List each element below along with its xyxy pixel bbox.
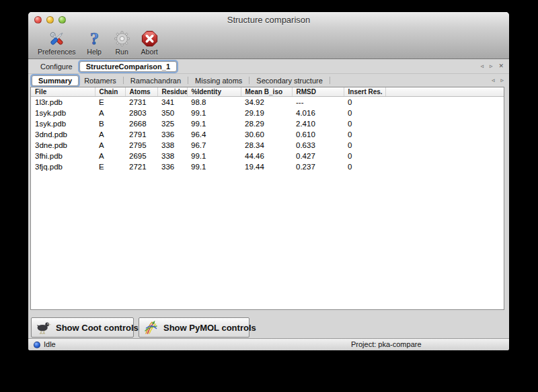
column-header-file[interactable]: File: [31, 87, 95, 97]
toolbar-button-run[interactable]: Run: [108, 28, 136, 56]
table-cell: 2695: [125, 151, 157, 161]
subtab-prev-icon[interactable]: ◃: [492, 77, 495, 83]
toolbar-button-abort[interactable]: Abort: [136, 28, 163, 56]
table-row[interactable]: 3dne.pdbA279533896.728.340.6330: [31, 140, 504, 151]
coot-bird-icon: [36, 319, 52, 336]
column-header-mean-b-iso[interactable]: Mean B_iso: [241, 87, 292, 97]
primary-tab-bar: ConfigureStructureComparison_1 ◃▹✕: [28, 59, 509, 74]
toolbar-button-label: Help: [87, 48, 102, 56]
tab-structurecomparison-1[interactable]: StructureComparison_1: [79, 61, 177, 72]
column-header-residues[interactable]: Residues: [157, 87, 187, 97]
table-row[interactable]: 3fhi.pdbA269533899.144.460.4270: [31, 151, 504, 161]
show-pymol-controls-button[interactable]: Show PyMOL controls: [139, 317, 249, 338]
column-header-chain[interactable]: Chain: [95, 87, 125, 97]
column-header-identity[interactable]: %Identity: [187, 87, 241, 97]
table-cell: 1syk.pdb: [31, 118, 95, 129]
table-cell: B: [95, 118, 125, 129]
table-cell: 0: [344, 129, 385, 140]
table-cell: 3fjq.pdb: [31, 161, 95, 172]
table-cell: 28.34: [241, 140, 292, 151]
secondary-tab-bar: SummaryRotamersRamachandranMissing atoms…: [28, 74, 509, 87]
table-cell: 341: [157, 97, 187, 108]
table-cell: [385, 97, 504, 108]
abort-stop-icon: [141, 30, 159, 48]
toolbar-button-label: Run: [115, 48, 128, 56]
table-cell: 96.7: [187, 140, 241, 151]
table-cell: 99.1: [187, 151, 241, 161]
table-cell: 1syk.pdb: [31, 108, 95, 118]
table-cell: A: [95, 129, 125, 140]
table-cell: [385, 140, 504, 151]
column-header-rmsd[interactable]: RMSD: [292, 87, 344, 97]
table-cell: 29.19: [241, 108, 292, 118]
column-header-blank[interactable]: [385, 87, 504, 97]
table-cell: 338: [157, 140, 187, 151]
window-title: Structure comparison: [28, 12, 509, 28]
help-question-icon: ?: [85, 30, 104, 48]
subtab-summary[interactable]: Summary: [32, 75, 79, 86]
table-cell: 99.1: [187, 108, 241, 118]
tab-prev-icon[interactable]: ◃: [480, 63, 484, 69]
table-cell: 0.610: [292, 129, 344, 140]
table-cell: ---: [292, 97, 344, 108]
toolbar: Preferences?HelpRunAbort: [28, 28, 509, 59]
table-cell: 0: [344, 161, 385, 172]
table-cell: 2791: [125, 129, 157, 140]
table-cell: E: [95, 161, 125, 172]
table-cell: 2731: [125, 97, 157, 108]
table-cell: 350: [157, 108, 187, 118]
table-cell: 98.8: [187, 97, 241, 108]
subtab-ramachandran[interactable]: Ramachandran: [125, 77, 186, 85]
table-cell: 338: [157, 151, 187, 161]
table-row[interactable]: 3fjq.pdbE272133699.119.440.2370: [31, 161, 504, 172]
subtab-next-icon[interactable]: ▹: [500, 77, 504, 83]
summary-table-panel: FileChainAtomsResidues%IdentityMean B_is…: [30, 87, 504, 310]
table-cell: [385, 151, 504, 161]
table-cell: 325: [157, 118, 187, 129]
app-window: Structure comparison Preferences?HelpRun…: [28, 12, 509, 350]
show-coot-controls-button[interactable]: Show Coot controls: [31, 317, 134, 338]
tab-next-icon[interactable]: ▹: [490, 63, 493, 69]
status-bar: Idle Project: pka-compare: [28, 338, 509, 350]
table-cell: 3dnd.pdb: [31, 129, 95, 140]
tab-configure[interactable]: Configure: [35, 63, 78, 71]
table-cell: 3fhi.pdb: [31, 151, 95, 161]
subtab-secondary-structure[interactable]: Secondary structure: [251, 77, 328, 85]
toolbar-button-label: Abort: [141, 48, 158, 56]
subtab-missing-atoms[interactable]: Missing atoms: [190, 77, 247, 85]
pymol-ribbon-icon: [143, 319, 159, 336]
table-cell: 0.633: [292, 140, 344, 151]
table-cell: A: [95, 108, 125, 118]
toolbar-button-preferences[interactable]: Preferences: [33, 28, 81, 56]
table-cell: 336: [157, 161, 187, 172]
svg-text:?: ?: [90, 30, 99, 48]
table-row[interactable]: 1syk.pdbA280335099.129.194.0160: [31, 108, 504, 118]
titlebar[interactable]: Structure comparison: [28, 12, 509, 28]
table-row[interactable]: 1l3r.pdbE273134198.834.92---0: [31, 97, 504, 108]
column-header-insert-res[interactable]: Insert Res.: [344, 87, 385, 97]
table-cell: 0: [344, 108, 385, 118]
table-row[interactable]: 1syk.pdbB266832599.128.292.4100: [31, 118, 504, 129]
preferences-tools-icon: [48, 30, 66, 48]
table-cell: E: [95, 97, 125, 108]
table-cell: 2795: [125, 140, 157, 151]
tab-separator: [249, 77, 249, 84]
table-cell: 0.427: [292, 151, 344, 161]
table-cell: 336: [157, 129, 187, 140]
table-cell: [385, 161, 504, 172]
status-indicator-icon: [34, 342, 40, 348]
table-cell: [385, 129, 504, 140]
table-cell: 34.92: [241, 97, 292, 108]
run-gear-icon: [113, 30, 131, 48]
column-header-atoms[interactable]: Atoms: [125, 87, 157, 97]
table-cell: 96.4: [187, 129, 241, 140]
toolbar-button-help[interactable]: ?Help: [81, 28, 108, 56]
subtab-rotamers[interactable]: Rotamers: [79, 77, 122, 85]
table-cell: 0: [344, 151, 385, 161]
table-cell: 28.29: [241, 118, 292, 129]
table-cell: 0: [344, 140, 385, 151]
table-cell: 99.1: [187, 161, 241, 172]
tab-close-icon[interactable]: ✕: [498, 63, 504, 69]
table-cell: 0: [344, 97, 385, 108]
table-row[interactable]: 3dnd.pdbA279133696.430.600.6100: [31, 129, 504, 140]
